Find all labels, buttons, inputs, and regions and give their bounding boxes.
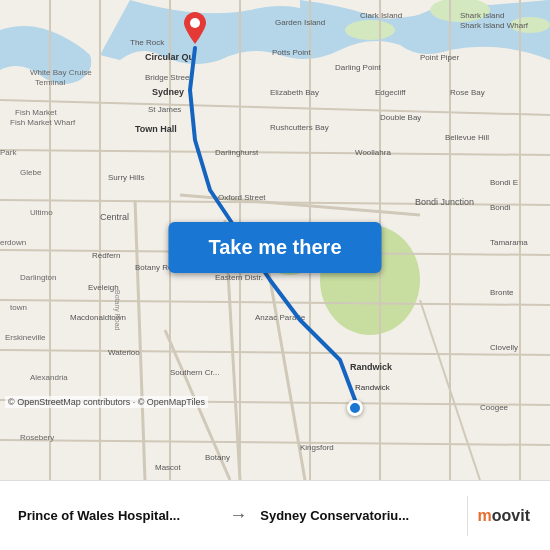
svg-text:Circular Qu: Circular Qu (145, 52, 194, 62)
svg-text:Fish Market Wharf: Fish Market Wharf (10, 118, 76, 127)
svg-text:Randwick: Randwick (355, 383, 391, 392)
bottom-bar: Prince of Wales Hospital... → Sydney Con… (0, 480, 550, 550)
svg-text:Sydney: Sydney (152, 87, 184, 97)
svg-text:Darlington: Darlington (20, 273, 56, 282)
svg-text:Bondi: Bondi (490, 203, 511, 212)
svg-text:The Rock: The Rock (130, 38, 165, 47)
svg-text:Anzac Parade: Anzac Parade (255, 313, 306, 322)
svg-text:Randwick: Randwick (350, 362, 393, 372)
svg-text:St James: St James (148, 105, 181, 114)
destination-pin (184, 12, 206, 48)
svg-text:Bridge Street: Bridge Street (145, 73, 192, 82)
origin-location: Prince of Wales Hospital... (10, 508, 224, 523)
svg-text:Rose Bay: Rose Bay (450, 88, 485, 97)
svg-point-1 (345, 20, 395, 40)
svg-text:Ultimo: Ultimo (30, 208, 53, 217)
svg-text:Rushcutters Bay: Rushcutters Bay (270, 123, 329, 132)
svg-text:Double Bay: Double Bay (380, 113, 421, 122)
svg-text:Erskineville: Erskineville (5, 333, 46, 342)
svg-text:Terminal: Terminal (35, 78, 65, 87)
svg-text:Fish Market: Fish Market (15, 108, 58, 117)
svg-text:Shark Island: Shark Island (460, 11, 504, 20)
svg-text:Clovelly: Clovelly (490, 343, 518, 352)
svg-point-87 (190, 18, 200, 28)
map-container: White Bay Cruise Terminal Fish Market Fi… (0, 0, 550, 480)
svg-text:Darling Point: Darling Point (335, 63, 382, 72)
svg-text:Woollahra: Woollahra (355, 148, 391, 157)
destination-label: Sydney Conservatoriu... (260, 508, 409, 523)
moovit-logo-rest: oovit (492, 507, 530, 524)
svg-text:Glebe: Glebe (20, 168, 42, 177)
origin-dot (347, 400, 363, 416)
svg-text:Bronte: Bronte (490, 288, 514, 297)
svg-text:Darlinghurst: Darlinghurst (215, 148, 259, 157)
moovit-logo: moovit (468, 507, 540, 525)
svg-text:Southern Cr...: Southern Cr... (170, 368, 219, 377)
svg-text:Mascot: Mascot (155, 463, 182, 472)
svg-text:Central: Central (100, 212, 129, 222)
svg-text:Bondi Junction: Bondi Junction (415, 197, 474, 207)
svg-text:Waterloo: Waterloo (108, 348, 140, 357)
svg-text:Kingsford: Kingsford (300, 443, 334, 452)
svg-text:Clark Island: Clark Island (360, 11, 402, 20)
svg-text:Coogee: Coogee (480, 403, 509, 412)
svg-text:Edgecliff: Edgecliff (375, 88, 406, 97)
svg-text:town: town (10, 303, 27, 312)
origin-label: Prince of Wales Hospital... (18, 508, 180, 523)
svg-text:Potts Point: Potts Point (272, 48, 311, 57)
svg-text:Botany Road: Botany Road (113, 290, 121, 331)
svg-text:Surry Hills: Surry Hills (108, 173, 144, 182)
take-me-there-button[interactable]: Take me there (168, 222, 381, 273)
arrow-icon: → (229, 505, 247, 526)
svg-text:Oxford Street: Oxford Street (218, 193, 266, 202)
svg-text:Garden Island: Garden Island (275, 18, 325, 27)
svg-text:Shark Island Wharf: Shark Island Wharf (460, 21, 529, 30)
svg-text:Bellevue Hill: Bellevue Hill (445, 133, 489, 142)
svg-text:Eastern Distr.: Eastern Distr. (215, 273, 263, 282)
svg-text:erdown: erdown (0, 238, 26, 247)
svg-text:Bondi E: Bondi E (490, 178, 518, 187)
svg-text:Point Piper: Point Piper (420, 53, 459, 62)
svg-text:Redfern: Redfern (92, 251, 120, 260)
destination-location: Sydney Conservatoriu... (252, 508, 466, 523)
svg-text:White Bay Cruise: White Bay Cruise (30, 68, 92, 77)
svg-text:Town Hall: Town Hall (135, 124, 177, 134)
svg-text:Alexandria: Alexandria (30, 373, 68, 382)
svg-text:Elizabeth Bay: Elizabeth Bay (270, 88, 319, 97)
svg-text:Park: Park (0, 148, 17, 157)
svg-text:Tamarama: Tamarama (490, 238, 528, 247)
map-attribution: © OpenStreetMap contributors · © OpenMap… (5, 396, 208, 408)
svg-text:Botany: Botany (205, 453, 230, 462)
moovit-logo-m: m (478, 507, 492, 524)
svg-text:Rosebery: Rosebery (20, 433, 54, 442)
